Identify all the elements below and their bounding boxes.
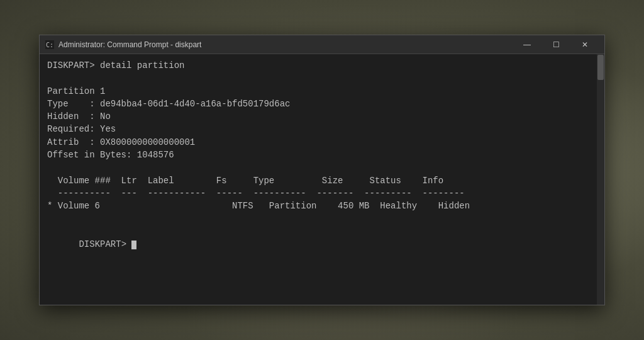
cmd-window: C: Administrator: Command Prompt - diskp… — [39, 35, 605, 305]
table-divider: ---------- --- ----------- ----- -------… — [47, 187, 597, 200]
command-line: DISKPART> detail partition — [47, 59, 597, 72]
terminal-body[interactable]: DISKPART> detail partition Partition 1 T… — [40, 54, 604, 305]
titlebar: C: Administrator: Command Prompt - diskp… — [40, 35, 604, 54]
blank-line-1 — [47, 72, 597, 84]
prompt-line: DISKPART> — [47, 225, 597, 264]
minimize-button[interactable]: — — [513, 35, 541, 54]
hidden-line: Hidden : No — [47, 110, 597, 123]
blank-line-3 — [47, 213, 597, 225]
type-line: Type : de94bba4-06d1-4d40-a16a-bfd50179d… — [47, 98, 597, 110]
window-controls: — ☐ ✕ — [513, 35, 599, 54]
partition-header: Partition 1 — [47, 85, 597, 98]
close-button[interactable]: ✕ — [570, 35, 599, 54]
blank-line-2 — [47, 161, 597, 174]
scrollbar-thumb[interactable] — [597, 55, 604, 80]
window-title: Administrator: Command Prompt - diskpart — [58, 40, 513, 49]
scrollbar[interactable] — [597, 54, 604, 305]
cursor — [131, 241, 136, 249]
maximize-button[interactable]: ☐ — [541, 35, 570, 54]
table-header: Volume ### Ltr Label Fs Type Size Status… — [47, 174, 597, 187]
svg-text:C:: C: — [46, 42, 53, 48]
prompt-text: DISKPART> — [79, 239, 131, 249]
offset-line: Offset in Bytes: 1048576 — [47, 149, 597, 161]
attrib-line: Attrib : 0X8000000000000001 — [47, 136, 597, 149]
table-row: * Volume 6 NTFS Partition 450 MB Healthy… — [47, 200, 597, 212]
cmd-icon: C: — [45, 40, 55, 50]
required-line: Required: Yes — [47, 123, 597, 135]
